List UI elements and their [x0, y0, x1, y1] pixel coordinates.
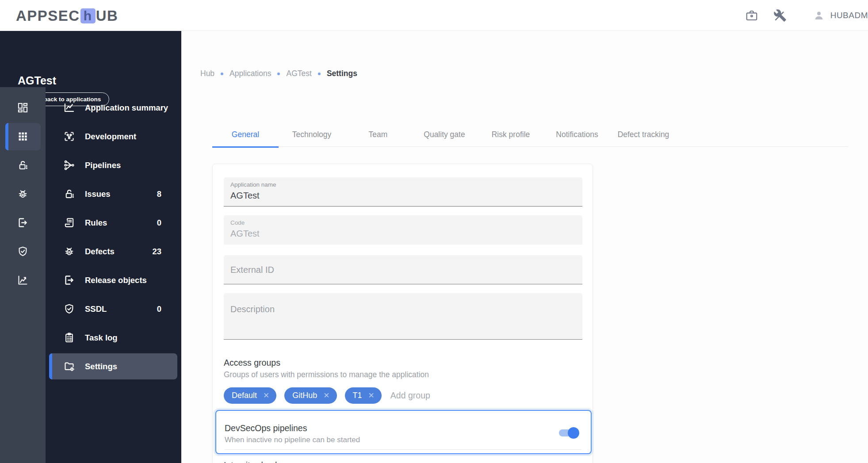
breadcrumb-hub[interactable]: Hub: [200, 69, 214, 78]
chip-label: T1: [353, 391, 362, 400]
devsecops-toggle[interactable]: [559, 427, 579, 439]
top-header: APPSEChUB: [0, 0, 868, 31]
breadcrumb-dot: [318, 73, 321, 75]
icon-rail: [0, 87, 46, 463]
breadcrumb-dot: [221, 73, 223, 75]
description-placeholder: Description: [230, 304, 275, 314]
external-id-placeholder: External ID: [230, 265, 274, 275]
defects-count-badge: 23: [152, 247, 161, 256]
chart-line-icon: [63, 102, 75, 114]
application-name-field[interactable]: Application name AGTest: [224, 177, 582, 207]
access-groups-subtitle: Groups of users with permissions to mana…: [224, 370, 429, 379]
sidebar-item-release-objects[interactable]: Release objects: [46, 266, 181, 295]
general-settings-card: Application name AGTest Code AGTest Exte…: [212, 164, 593, 463]
sidebar-item-pipelines[interactable]: Pipelines: [46, 151, 181, 180]
development-icon: [63, 130, 75, 142]
tab-quality-gate[interactable]: Quality gate: [411, 122, 478, 147]
shield-check-icon: [63, 303, 75, 315]
logo-text-left: APPSEC: [16, 8, 80, 24]
sidebar-item-ssdl[interactable]: SSDL 0: [46, 295, 181, 323]
rail-item-dashboard[interactable]: [0, 93, 46, 122]
settings-tabbar: General Technology Team Quality gate Ris…: [212, 122, 848, 147]
sidebar-item-development[interactable]: Development: [46, 122, 181, 151]
rail-item-issues[interactable]: [0, 151, 46, 180]
rail-item-release[interactable]: [0, 208, 46, 237]
description-field[interactable]: Description: [224, 293, 582, 340]
sidebar-item-issues[interactable]: Issues 8: [46, 180, 181, 208]
rail-item-ssdl[interactable]: [0, 237, 46, 266]
sidebar-item-label: Rules: [85, 218, 107, 228]
chip-github[interactable]: GitHub: [284, 387, 336, 404]
row-divider: [225, 449, 581, 450]
rail-item-applications[interactable]: [0, 122, 46, 151]
sidebar-item-label: Settings: [85, 362, 117, 371]
breadcrumb-agtest[interactable]: AGTest: [286, 69, 311, 78]
bug-icon: [17, 188, 29, 200]
sidebar-item-label: Task log: [85, 333, 118, 343]
logo-text-right: UB: [96, 8, 119, 24]
bug-icon: [63, 245, 75, 257]
chart-axes-icon: [17, 274, 29, 286]
code-value: AGTest: [230, 229, 260, 239]
chip-label: GitHub: [292, 391, 317, 400]
remove-chip-icon[interactable]: [263, 391, 269, 400]
tab-team[interactable]: Team: [345, 122, 411, 147]
app-screen: APPSEChUB: [0, 0, 868, 463]
sidebar-item-label: Defects: [85, 247, 115, 256]
tab-risk-profile[interactable]: Risk profile: [478, 122, 544, 147]
settings-active-bar: [49, 353, 52, 379]
sidebar-item-defects[interactable]: Defects 23: [46, 237, 181, 266]
ssdl-count-badge: 0: [157, 304, 161, 314]
breadcrumb-applications[interactable]: Applications: [229, 69, 271, 78]
sidebar-item-label: Pipelines: [85, 161, 121, 170]
breadcrumb-settings: Settings: [327, 69, 357, 78]
sidebar-item-label: Issues: [85, 189, 111, 199]
person-icon: [813, 10, 825, 21]
tab-general[interactable]: General: [212, 122, 279, 147]
sidebar-item-application-summary[interactable]: Application summary: [46, 93, 181, 122]
exit-arrow-icon: [63, 274, 75, 286]
grid-icon: [17, 130, 29, 142]
integrity-title: Integrity check: [224, 460, 279, 463]
external-id-field[interactable]: External ID: [224, 255, 582, 284]
sidebar: AGTest Go back to applications: [0, 31, 181, 463]
shield-check-icon: [17, 245, 29, 257]
devsecops-title: DevSecOps pipelines: [225, 423, 307, 433]
devsecops-row: DevSecOps pipelines When inactive no pip…: [215, 410, 592, 454]
app-title: AGTest: [18, 74, 56, 87]
sidebar-item-label: Release objects: [85, 276, 147, 285]
sidebar-item-rules[interactable]: Rules 0: [46, 208, 181, 237]
user-name: HUBADM: [830, 11, 868, 20]
tab-technology[interactable]: Technology: [279, 122, 345, 147]
rail-item-defects[interactable]: [0, 180, 46, 208]
tools-icon[interactable]: [773, 9, 787, 22]
code-label: Code: [230, 219, 245, 226]
access-groups-title: Access groups: [224, 358, 280, 368]
appsechub-logo[interactable]: APPSEChUB: [16, 8, 118, 24]
sidebar-item-label: Development: [85, 132, 136, 142]
pipelines-icon: [63, 159, 75, 171]
add-group-input[interactable]: Add group: [390, 390, 430, 401]
briefcase-icon[interactable]: [745, 9, 758, 22]
chip-t1[interactable]: T1: [345, 387, 382, 404]
user-menu[interactable]: HUBADM: [813, 10, 868, 21]
exit-arrow-icon: [17, 217, 29, 229]
sidebar-item-label: SSDL: [85, 304, 107, 314]
remove-chip-icon[interactable]: [368, 391, 375, 400]
remove-chip-icon[interactable]: [323, 391, 329, 400]
tab-notifications[interactable]: Notifications: [544, 122, 610, 147]
chip-label: Default: [232, 391, 257, 400]
sidebar-item-settings[interactable]: Settings: [46, 352, 181, 381]
rail-item-statistics[interactable]: [0, 266, 46, 295]
breadcrumb: Hub Applications AGTest Settings: [200, 69, 357, 78]
sidebar-item-task-log[interactable]: Task log: [46, 323, 181, 352]
chip-default[interactable]: Default: [224, 387, 276, 404]
sidebar-item-label: Application summary: [85, 103, 168, 113]
application-name-label: Application name: [230, 181, 276, 188]
access-groups-chips: Default GitHub T1 Add group: [224, 387, 430, 404]
rules-icon: [63, 217, 75, 229]
rail-active-bar: [5, 123, 8, 150]
devsecops-subtitle: When inactive no pipeline can be started: [225, 436, 360, 444]
dashboard-icon: [17, 102, 29, 114]
tab-defect-tracking[interactable]: Defect tracking: [610, 122, 677, 147]
